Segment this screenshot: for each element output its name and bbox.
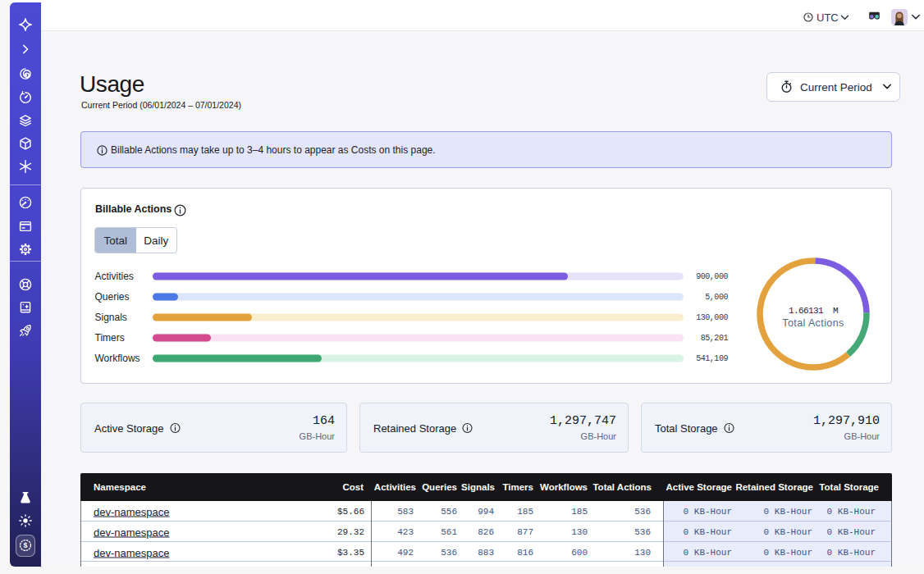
svg-text:Total Actions: Total Actions (782, 317, 844, 329)
svg-text:$: $ (23, 541, 27, 549)
svg-text:1.66131 M: 1.66131 M (789, 306, 838, 316)
